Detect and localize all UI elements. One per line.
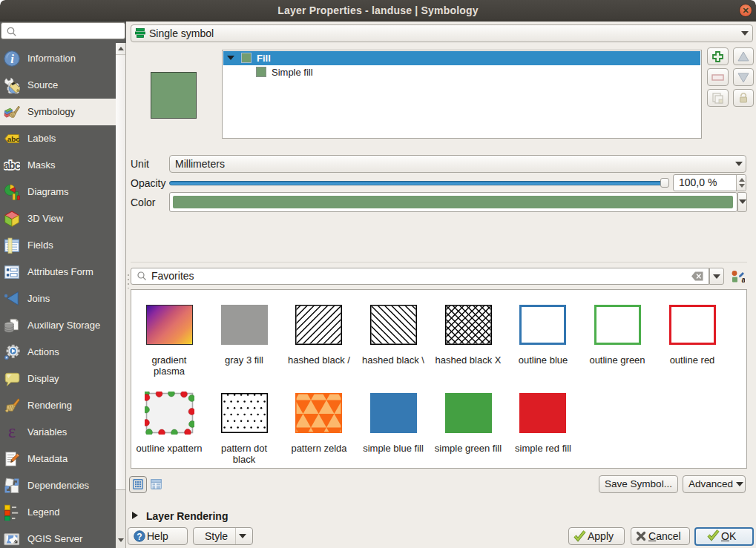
svg-text:?: ? [137,532,142,542]
svg-text:abc: abc [7,135,20,143]
svg-text:abc: abc [4,160,20,171]
svg-text:ε: ε [8,424,16,440]
svg-text:a: a [742,276,746,284]
svg-text:i: i [10,52,14,66]
